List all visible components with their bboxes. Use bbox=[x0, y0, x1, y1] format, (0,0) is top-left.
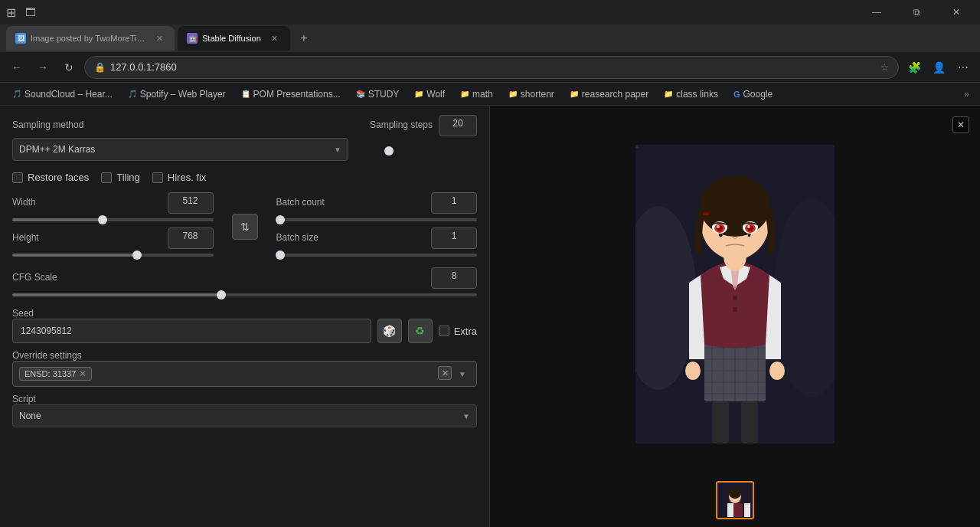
options-checkboxes: Restore faces Tiling Hires. fix bbox=[12, 172, 477, 183]
batch-count-slider[interactable] bbox=[276, 218, 478, 221]
override-clear-button[interactable]: ✕ bbox=[438, 366, 452, 380]
lock-icon: 🔒 bbox=[94, 62, 106, 73]
script-label: Script bbox=[12, 394, 36, 404]
svg-rect-39 bbox=[744, 503, 750, 517]
tab-bar: 🖼 Image posted by TwoMoreTimes... ✕ 🤖 St… bbox=[0, 25, 980, 52]
study-icon: 📚 bbox=[356, 90, 365, 98]
tab-favicon-1: 🖼 bbox=[15, 33, 26, 44]
svg-rect-29 bbox=[712, 401, 729, 444]
close-button[interactable]: ✕ bbox=[939, 0, 974, 25]
bookmark-pom[interactable]: 📋 POM Presentations... bbox=[235, 87, 347, 101]
more-options-icon[interactable]: ⋯ bbox=[952, 57, 974, 78]
override-tag-close[interactable]: ✕ bbox=[79, 368, 87, 379]
bookmark-research-label: reasearch paper bbox=[582, 89, 648, 100]
bookmark-class[interactable]: 📁 class links bbox=[658, 87, 724, 101]
tiling-label: Tiling bbox=[116, 172, 140, 183]
tab-close-1[interactable]: ✕ bbox=[153, 32, 165, 44]
right-panel: ✕ bbox=[490, 106, 980, 527]
bookmark-spotify[interactable]: 🎵 Spotify – Web Player bbox=[122, 87, 232, 101]
svg-point-32 bbox=[769, 362, 785, 380]
swap-dimensions-button[interactable]: ⇅ bbox=[232, 214, 258, 240]
sampling-method-value: DPM++ 2M Karras bbox=[19, 144, 95, 155]
address-bar[interactable]: 🔒 127.0.0.1:7860 ☆ bbox=[84, 56, 899, 79]
research-icon: 📁 bbox=[570, 90, 579, 98]
height-label: Height bbox=[12, 232, 39, 243]
svg-point-15 bbox=[733, 296, 737, 300]
script-dropdown-arrow: ▼ bbox=[462, 412, 470, 421]
back-button[interactable]: ← bbox=[6, 57, 28, 78]
extensions-icon[interactable]: 🧩 bbox=[903, 57, 925, 78]
tiling-checkbox[interactable]: Tiling bbox=[101, 172, 140, 183]
extra-checkbox[interactable]: Extra bbox=[439, 326, 477, 337]
new-tab-button[interactable]: + bbox=[293, 28, 315, 49]
window-controls: — ⧉ ✕ bbox=[859, 0, 974, 25]
svg-point-31 bbox=[685, 362, 701, 380]
tab-stable-diffusion[interactable]: 🤖 Stable Diffusion ✕ bbox=[178, 26, 290, 51]
extra-check bbox=[439, 326, 449, 336]
close-image-button[interactable]: ✕ bbox=[952, 116, 969, 133]
bookmark-soundcloud[interactable]: 🎵 SoundCloud – Hear... bbox=[6, 87, 119, 101]
height-slider[interactable] bbox=[12, 254, 214, 257]
spotify-icon: 🎵 bbox=[128, 90, 137, 98]
bookmark-research[interactable]: 📁 reasearch paper bbox=[564, 87, 655, 101]
pom-icon: 📋 bbox=[241, 90, 250, 98]
width-slider[interactable] bbox=[12, 218, 214, 221]
restore-faces-check bbox=[12, 172, 23, 183]
forward-button[interactable]: → bbox=[32, 57, 54, 78]
tab-close-2[interactable]: ✕ bbox=[269, 32, 281, 44]
script-section: Script None ▼ bbox=[12, 393, 477, 427]
override-settings-input[interactable]: ENSD: 31337 ✕ ✕ ▼ bbox=[12, 361, 477, 387]
batch-size-input[interactable]: 1 bbox=[431, 227, 477, 249]
cfg-scale-input[interactable]: 8 bbox=[431, 267, 477, 289]
batch-count-input[interactable]: 1 bbox=[431, 192, 477, 214]
override-dropdown-button[interactable]: ▼ bbox=[455, 366, 470, 381]
width-input[interactable]: 512 bbox=[168, 192, 214, 214]
svg-point-16 bbox=[733, 307, 737, 312]
shortenr-icon: 📁 bbox=[508, 90, 518, 98]
cfg-scale-slider[interactable] bbox=[12, 293, 477, 296]
bookmark-wolf-label: Wolf bbox=[426, 89, 445, 100]
svg-rect-33 bbox=[703, 212, 709, 215]
class-icon: 📁 bbox=[664, 90, 673, 98]
sampling-steps-input[interactable]: 20 bbox=[439, 115, 477, 136]
bookmark-soundcloud-label: SoundCloud – Hear... bbox=[24, 89, 113, 100]
svg-point-27 bbox=[717, 225, 720, 228]
maximize-button[interactable]: ⧉ bbox=[899, 0, 934, 25]
batch-size-slider[interactable] bbox=[276, 254, 478, 257]
bookmarks-more-button[interactable]: » bbox=[959, 87, 974, 101]
bookmark-google-label: Google bbox=[743, 89, 773, 100]
script-dropdown[interactable]: None ▼ bbox=[12, 404, 477, 427]
sampling-method-dropdown[interactable]: DPM++ 2M Karras ▼ bbox=[12, 138, 348, 161]
override-tag-text: ENSD: 31337 bbox=[24, 369, 76, 378]
bookmark-study-label: STUDY bbox=[368, 89, 400, 100]
image-display: ✕ bbox=[498, 113, 972, 475]
main-content: Sampling method Sampling steps 20 DPM++ … bbox=[0, 106, 980, 527]
width-label: Width bbox=[12, 197, 36, 208]
tab-image-posted[interactable]: 🖼 Image posted by TwoMoreTimes... ✕ bbox=[6, 26, 175, 51]
batch-count-label: Batch count bbox=[276, 197, 325, 208]
hires-fix-checkbox[interactable]: Hires. fix bbox=[152, 172, 207, 183]
bookmark-shortenr[interactable]: 📁 shortenr bbox=[502, 87, 560, 101]
minimize-button[interactable]: — bbox=[859, 0, 894, 25]
nav-bar: ← → ↻ 🔒 127.0.0.1:7860 ☆ 🧩 👤 ⋯ bbox=[0, 52, 980, 83]
sampling-dropdown-arrow: ▼ bbox=[334, 146, 341, 154]
cfg-scale-label: CFG Scale bbox=[12, 272, 57, 283]
seed-recycle-button[interactable]: ♻ bbox=[408, 319, 433, 343]
thumbnail-1[interactable] bbox=[716, 481, 754, 519]
seed-row: 1243095812 🎲 ♻ Extra bbox=[12, 319, 477, 343]
restore-faces-checkbox[interactable]: Restore faces bbox=[12, 172, 89, 183]
height-input[interactable]: 768 bbox=[168, 227, 214, 249]
seed-dice-button[interactable]: 🎲 bbox=[377, 319, 402, 343]
bookmark-math-label: math bbox=[472, 89, 493, 100]
refresh-button[interactable]: ↻ bbox=[58, 57, 80, 78]
bookmark-study[interactable]: 📚 STUDY bbox=[350, 87, 406, 101]
seed-input[interactable]: 1243095812 bbox=[12, 319, 371, 343]
bookmark-google[interactable]: G Google bbox=[727, 87, 779, 101]
cfg-scale-section: CFG Scale 8 bbox=[12, 267, 477, 301]
hires-fix-check bbox=[152, 172, 163, 183]
tab-label-2: Stable Diffusion bbox=[202, 34, 261, 43]
profile-icon[interactable]: 👤 bbox=[928, 57, 949, 78]
bookmark-class-label: class links bbox=[676, 89, 718, 100]
bookmark-math[interactable]: 📁 math bbox=[454, 87, 499, 101]
bookmark-wolf[interactable]: 📁 Wolf bbox=[408, 87, 451, 101]
